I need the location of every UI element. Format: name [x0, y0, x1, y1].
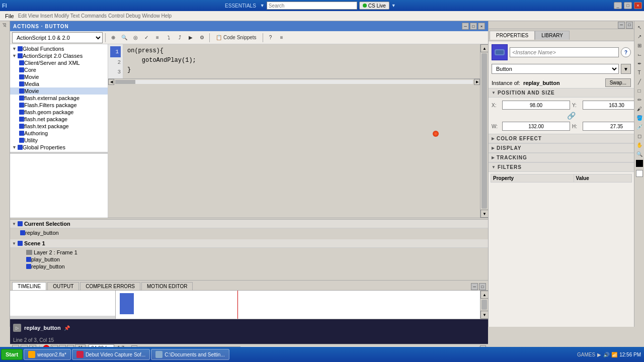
- panel-collapse-btn[interactable]: ─: [462, 23, 469, 30]
- text-tool-btn[interactable]: T: [635, 68, 643, 76]
- subselect-tool-btn[interactable]: ↗: [635, 32, 643, 40]
- lasso-tool-btn[interactable]: ⌙: [635, 50, 643, 58]
- check-syntax-btn[interactable]: ✓: [141, 33, 151, 43]
- scroll-up-btn[interactable]: ▲: [480, 44, 489, 52]
- rect-tool-btn[interactable]: □: [635, 86, 643, 95]
- tree-item-core[interactable]: Core: [10, 66, 108, 73]
- display-header[interactable]: ▶ DISPLAY: [489, 143, 634, 153]
- start-button[interactable]: Start: [1, 349, 23, 360]
- tree-item-flash-external[interactable]: flash.external package: [10, 95, 108, 102]
- scroll-left-btn[interactable]: ◀: [108, 79, 114, 85]
- scene-play-button[interactable]: play_button: [12, 256, 486, 263]
- insert-target-btn[interactable]: ◎: [130, 33, 140, 43]
- t-scroll-thumb[interactable]: [481, 300, 487, 310]
- search-box[interactable]: [267, 2, 357, 10]
- paint-bucket-btn[interactable]: 🪣: [635, 114, 643, 122]
- line-tool-btn[interactable]: ╱: [635, 77, 643, 85]
- script-version-select[interactable]: ActionScript 1.0 & 2.0: [12, 32, 103, 43]
- type-dropdown-arrow[interactable]: ▼: [621, 64, 631, 74]
- rp-expand[interactable]: □: [626, 22, 633, 29]
- h-scroll-thumb[interactable]: [115, 80, 135, 84]
- taskbar-explorer[interactable]: C:\Documents and Settin...: [151, 349, 229, 360]
- tree-item-flash-filters[interactable]: Flash.Filters package: [10, 102, 108, 109]
- tree-item-client-server[interactable]: Client/Server and XML: [10, 59, 108, 66]
- tree-item-media[interactable]: Media: [10, 80, 108, 87]
- panel-expand-bottom[interactable]: □: [479, 283, 486, 290]
- tree-item-utility[interactable]: Utility: [10, 137, 108, 144]
- scene-replay-button[interactable]: replay_button: [12, 263, 486, 270]
- help-button[interactable]: ?: [621, 47, 631, 57]
- tree-scrollbar[interactable]: [10, 152, 108, 154]
- close-button[interactable]: ×: [634, 2, 642, 9]
- rp-minimize[interactable]: ─: [618, 22, 625, 29]
- taskbar-debut[interactable]: Debut Video Capture Sof...: [72, 349, 150, 360]
- color-effect-header[interactable]: ▶ COLOR EFFECT: [489, 134, 634, 143]
- zoom-tool-btn[interactable]: 🔍: [635, 150, 643, 158]
- cs-live-button[interactable]: CS Live: [359, 2, 389, 10]
- expand-btn[interactable]: ⤴: [175, 33, 185, 43]
- panel-close-btn[interactable]: ×: [478, 23, 485, 30]
- tab-output[interactable]: OUTPUT: [47, 282, 79, 290]
- tree-item-authoring[interactable]: Authoring: [10, 130, 108, 137]
- cs-live-dropdown-icon[interactable]: ▼: [391, 3, 396, 8]
- stroke-color-swatch[interactable]: [636, 160, 643, 167]
- h-scroll-track[interactable]: [115, 80, 473, 84]
- panel-collapse-bottom[interactable]: ─: [471, 283, 478, 290]
- tree-item-as2-classes[interactable]: ▼ ActionScript 2.0 Classes: [10, 52, 108, 59]
- tree-item-flash-display[interactable]: Movie: [10, 87, 108, 95]
- pencil-tool-btn[interactable]: ✏: [635, 96, 643, 104]
- tree-item-flash-text[interactable]: flash.text package: [10, 123, 108, 130]
- scene-layer2[interactable]: Layer 2 : Frame 1: [12, 249, 486, 256]
- tree-item-global-props[interactable]: ▼ Global Properties: [10, 144, 108, 151]
- h-scrollbar[interactable]: ◀ ▶: [108, 78, 480, 84]
- minimize-button[interactable]: _: [614, 2, 622, 9]
- t-scroll-down[interactable]: ▼: [480, 311, 489, 319]
- scroll-down-btn[interactable]: ▼: [480, 210, 489, 218]
- filters-header[interactable]: ▼ FILTERS: [489, 162, 634, 172]
- eraser-btn[interactable]: ◻: [635, 132, 643, 140]
- debug-btn[interactable]: ⚙: [197, 33, 207, 43]
- scroll-right-btn[interactable]: ▶: [474, 79, 480, 85]
- code-content[interactable]: on(press){ gotoAndPlay(1); }: [123, 44, 480, 78]
- brush-tool-btn[interactable]: 🖌: [635, 105, 643, 113]
- y-input[interactable]: [583, 101, 634, 110]
- pen-tool-btn[interactable]: ✒: [635, 59, 643, 67]
- eyedropper-btn[interactable]: 💉: [635, 123, 643, 131]
- tree-item-movie[interactable]: Movie: [10, 73, 108, 80]
- add-item-btn[interactable]: ⊕: [108, 33, 118, 43]
- options-btn[interactable]: ≡: [277, 33, 287, 43]
- auto-format-btn[interactable]: ≡: [152, 33, 163, 43]
- tree-item-flash-geom[interactable]: flash.geom package: [10, 109, 108, 116]
- type-select[interactable]: Button: [492, 64, 619, 74]
- collapse-scene-icon[interactable]: ▼: [12, 241, 16, 246]
- swap-button[interactable]: Swap...: [605, 78, 631, 87]
- tab-compiler-errors[interactable]: COMPILER ERRORS: [80, 282, 140, 290]
- position-size-header[interactable]: ▼ POSITION AND SIZE: [489, 88, 634, 98]
- collapse-btn[interactable]: ⤵: [164, 33, 174, 43]
- panel-expand-btn[interactable]: □: [470, 23, 477, 30]
- tab-properties[interactable]: PROPERTIES: [490, 31, 535, 40]
- collapse-current-icon[interactable]: ▼: [12, 222, 16, 226]
- h-input[interactable]: [583, 122, 634, 131]
- instance-name-input[interactable]: [510, 47, 619, 57]
- x-input[interactable]: [502, 101, 570, 110]
- find-btn[interactable]: 🔍: [119, 33, 129, 43]
- search-input[interactable]: [269, 3, 355, 9]
- arrow-tool-btn[interactable]: ↖: [635, 23, 643, 31]
- tab-library[interactable]: LIBRARY: [535, 31, 570, 40]
- swap-btn[interactable]: Swap...: [605, 78, 631, 87]
- tree-item-global-functions[interactable]: ▼ Global Functions: [10, 45, 108, 52]
- w-input[interactable]: [502, 122, 570, 131]
- cs-replay-button[interactable]: replay_button: [12, 229, 486, 236]
- free-transform-btn[interactable]: ⊞: [635, 41, 643, 49]
- dropdown-arrow-icon[interactable]: ▼: [260, 3, 265, 8]
- tab-motion-editor[interactable]: MOTION EDITOR: [141, 282, 193, 290]
- fill-color-swatch[interactable]: [636, 170, 643, 177]
- restore-button[interactable]: □: [624, 2, 632, 9]
- tab-timeline[interactable]: TIMELINE: [12, 282, 46, 290]
- apply-btn[interactable]: ▶: [186, 33, 196, 43]
- tracking-header[interactable]: ▶ TRACKING: [489, 153, 634, 162]
- taskbar-weapon2[interactable]: weapon2.fla*: [24, 349, 71, 360]
- help-btn[interactable]: ?: [266, 33, 276, 43]
- hand-tool-btn[interactable]: ✋: [635, 141, 643, 149]
